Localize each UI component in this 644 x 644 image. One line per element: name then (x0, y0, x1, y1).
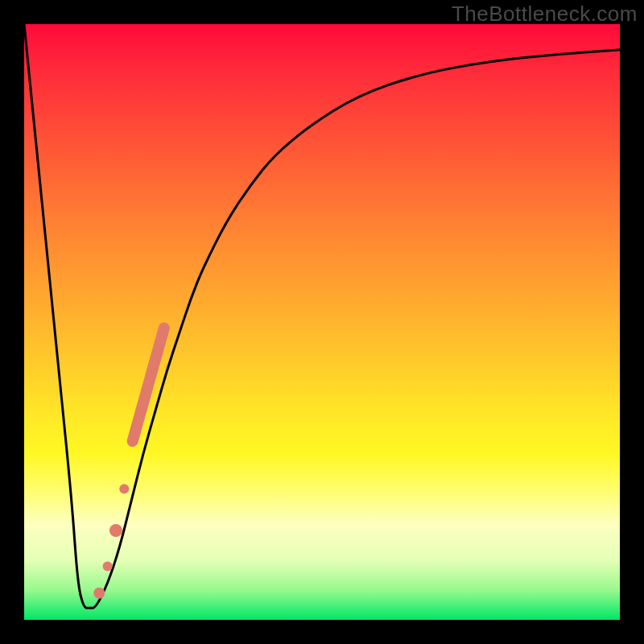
highlight-dot (103, 561, 113, 571)
highlight-segment (133, 328, 164, 441)
highlight-dot (119, 484, 129, 493)
watermark-text: TheBottleneck.com (452, 2, 638, 27)
curve-overlay (24, 24, 620, 620)
chart-frame: TheBottleneck.com (0, 0, 644, 644)
highlight-dot (93, 588, 105, 599)
highlight-dot (109, 524, 122, 537)
highlight-markers (93, 328, 164, 598)
plot-area (24, 24, 620, 620)
bottleneck-curve (24, 24, 620, 608)
